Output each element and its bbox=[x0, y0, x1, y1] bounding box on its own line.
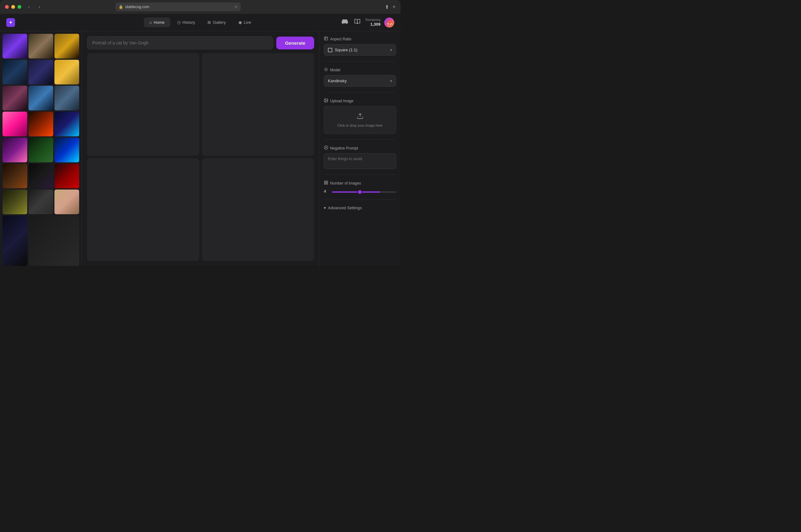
new-tab-button[interactable]: + bbox=[393, 4, 395, 10]
divider-2 bbox=[324, 92, 396, 93]
gallery-image[interactable] bbox=[29, 190, 53, 214]
right-panel: Aspect Ratio Square (1:1) ▾ Mode bbox=[319, 31, 400, 266]
gallery-image[interactable] bbox=[2, 86, 27, 110]
gallery-image[interactable] bbox=[29, 86, 53, 110]
close-button[interactable] bbox=[5, 5, 9, 9]
share-button[interactable]: ⬆ bbox=[385, 4, 389, 10]
gallery-image[interactable] bbox=[2, 112, 27, 136]
image-grid bbox=[87, 53, 314, 261]
negative-prompt-input[interactable] bbox=[324, 153, 396, 169]
prompt-input[interactable] bbox=[87, 36, 273, 50]
top-nav-right: Remaining 1,309 🦊 bbox=[340, 17, 394, 27]
upload-image-label: Upload Image bbox=[324, 98, 396, 103]
discord-button[interactable] bbox=[340, 17, 349, 27]
avatar[interactable]: 🦊 bbox=[384, 18, 394, 27]
gallery-image[interactable] bbox=[2, 34, 27, 58]
logo-icon: ✦ bbox=[9, 20, 13, 25]
upload-area[interactable]: Click or drop your image here bbox=[324, 106, 396, 134]
sidebar-gallery bbox=[0, 31, 82, 266]
gallery-image[interactable] bbox=[2, 164, 27, 188]
negative-prompt-section: Negative Prompt bbox=[324, 146, 396, 169]
num-images-slider[interactable] bbox=[332, 191, 396, 193]
gallery-image[interactable] bbox=[29, 34, 53, 58]
model-label: Model bbox=[324, 67, 396, 73]
gallery-image[interactable] bbox=[29, 164, 53, 188]
aspect-ratio-select[interactable]: Square (1:1) ▾ bbox=[324, 44, 396, 56]
num-images-section: Number of Images 4 bbox=[324, 180, 396, 194]
live-icon: ◉ bbox=[238, 20, 242, 25]
svg-rect-8 bbox=[324, 181, 326, 182]
gallery-row-7 bbox=[2, 190, 79, 214]
tab-home[interactable]: ⌂ Home bbox=[144, 18, 170, 27]
tab-live[interactable]: ◉ Live bbox=[233, 18, 257, 27]
gallery-image[interactable] bbox=[54, 60, 79, 84]
logo: ✦ bbox=[6, 18, 15, 27]
gallery-image[interactable] bbox=[29, 215, 79, 266]
gallery-image[interactable] bbox=[54, 138, 79, 162]
forward-button[interactable]: › bbox=[37, 3, 42, 11]
gallery-image[interactable] bbox=[54, 164, 79, 188]
history-icon: ◷ bbox=[177, 20, 181, 25]
aspect-ratio-label: Aspect Ratio bbox=[324, 36, 396, 42]
gallery-image[interactable] bbox=[29, 60, 53, 84]
reload-icon[interactable]: ↻ bbox=[235, 5, 238, 9]
upload-icon bbox=[324, 98, 328, 103]
url-text: stablecog.com bbox=[125, 5, 149, 9]
model-chevron-icon: ▾ bbox=[390, 79, 392, 83]
gallery-image[interactable] bbox=[54, 86, 79, 110]
divider-4 bbox=[324, 174, 396, 175]
app-container: ✦ ⌂ Home ◷ History ⊞ Gallery ◉ Live bbox=[0, 14, 400, 266]
image-cell-2 bbox=[202, 53, 314, 156]
maximize-button[interactable] bbox=[18, 5, 21, 9]
gallery-image[interactable] bbox=[29, 112, 53, 136]
upload-arrow-icon bbox=[357, 113, 364, 121]
num-images-icon bbox=[324, 180, 328, 186]
prompt-bar: Generate bbox=[87, 36, 314, 50]
gallery-row-8 bbox=[2, 215, 79, 266]
svg-point-3 bbox=[325, 99, 326, 100]
nav-tabs: ⌂ Home ◷ History ⊞ Gallery ◉ Live bbox=[144, 18, 257, 27]
negative-prompt-icon bbox=[324, 146, 328, 151]
remaining-badge: Remaining 1,309 bbox=[366, 18, 380, 27]
svg-point-1 bbox=[325, 69, 327, 70]
model-select[interactable]: Kandinsky ▾ bbox=[324, 75, 396, 87]
chevron-down-icon: ▾ bbox=[390, 48, 392, 52]
aspect-ratio-section: Aspect Ratio Square (1:1) ▾ bbox=[324, 36, 396, 56]
chevron-right-icon: ▾ bbox=[324, 206, 326, 210]
gallery-image[interactable] bbox=[29, 138, 53, 162]
generate-button[interactable]: Generate bbox=[276, 37, 314, 50]
image-cell-1 bbox=[87, 53, 199, 156]
gallery-image[interactable] bbox=[2, 190, 27, 214]
docs-button[interactable] bbox=[353, 17, 362, 27]
minimize-button[interactable] bbox=[11, 5, 15, 9]
body-row: Generate Aspect Ratio bbox=[0, 31, 400, 266]
svg-rect-9 bbox=[327, 181, 328, 182]
tab-history[interactable]: ◷ History bbox=[171, 18, 201, 27]
aspect-ratio-value: Square (1:1) bbox=[328, 48, 357, 52]
gallery-image[interactable] bbox=[54, 112, 79, 136]
model-icon bbox=[324, 67, 328, 73]
aspect-ratio-icon bbox=[324, 36, 328, 42]
tab-gallery[interactable]: ⊞ Gallery bbox=[202, 18, 231, 27]
main-content: Generate bbox=[82, 31, 319, 266]
gallery-image[interactable] bbox=[2, 138, 27, 162]
upload-image-section: Upload Image Click or drop your image he… bbox=[324, 98, 396, 134]
num-images-slider-container bbox=[332, 188, 396, 194]
gallery-row-5 bbox=[2, 138, 79, 162]
home-icon: ⌂ bbox=[149, 20, 152, 25]
gallery-image[interactable] bbox=[2, 215, 27, 266]
svg-rect-10 bbox=[324, 183, 326, 184]
remaining-count: 1,309 bbox=[370, 22, 380, 27]
advanced-settings-toggle[interactable]: ▾ Advanced Settings bbox=[324, 206, 396, 210]
gallery-image[interactable] bbox=[2, 60, 27, 84]
gallery-icon: ⊞ bbox=[207, 20, 211, 25]
gallery-row-4 bbox=[2, 112, 79, 136]
svg-rect-11 bbox=[327, 183, 328, 184]
lock-icon: 🔒 bbox=[118, 5, 123, 9]
titlebar: ‹ › 🔒 stablecog.com ↻ ⬆ + bbox=[0, 0, 400, 14]
gallery-image[interactable] bbox=[54, 34, 79, 58]
num-images-label: Number of Images bbox=[324, 180, 396, 186]
back-button[interactable]: ‹ bbox=[26, 3, 32, 11]
gallery-image[interactable] bbox=[54, 190, 79, 214]
address-bar[interactable]: 🔒 stablecog.com ↻ bbox=[115, 2, 241, 11]
